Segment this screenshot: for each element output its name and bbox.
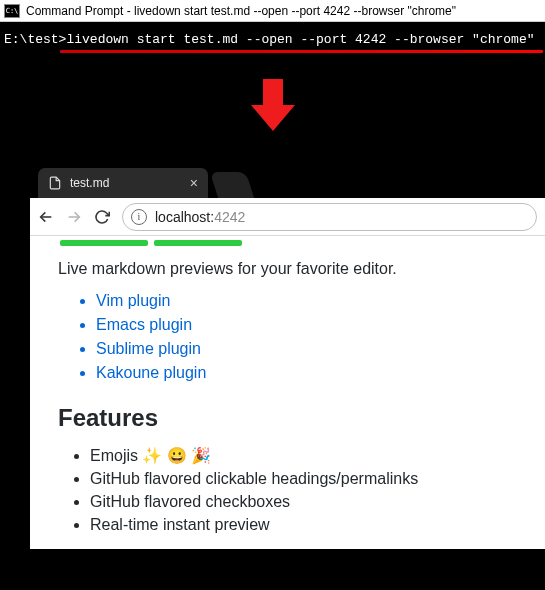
features-list: Emojis ✨ 😀 🎉 GitHub flavored clickable h…: [58, 446, 517, 534]
plugin-link-kakoune[interactable]: Kakoune plugin: [96, 364, 206, 381]
file-icon: [48, 176, 62, 190]
site-info-icon[interactable]: i: [131, 209, 147, 225]
browser-tab-active[interactable]: test.md ×: [38, 168, 208, 198]
annotation-underline: [60, 50, 543, 53]
list-item: Sublime plugin: [96, 340, 517, 358]
list-item: Vim plugin: [96, 292, 517, 310]
features-heading: Features: [58, 404, 517, 432]
list-item: GitHub flavored checkboxes: [90, 493, 517, 511]
cmd-titlebar: C:\ Command Prompt - livedown start test…: [0, 0, 545, 22]
cmd-icon: C:\: [4, 4, 20, 18]
reload-button[interactable]: [94, 209, 110, 225]
browser-tabbar: test.md ×: [30, 162, 545, 198]
intro-text: Live markdown previews for your favorite…: [58, 260, 517, 278]
list-item: Kakoune plugin: [96, 364, 517, 382]
address-port: 4242: [214, 209, 245, 225]
browser-window: test.md × i localhost:4242 Live markdown…: [30, 162, 545, 549]
cmd-line: E:\test>livedown start test.md --open --…: [4, 32, 541, 47]
list-item: Emacs plugin: [96, 316, 517, 334]
list-item: Emojis ✨ 😀 🎉: [90, 446, 517, 465]
plugin-list: Vim plugin Emacs plugin Sublime plugin K…: [58, 292, 517, 382]
cmd-prompt: E:\test>: [4, 32, 66, 47]
background-black: [0, 157, 30, 357]
page-content: Live markdown previews for your favorite…: [30, 236, 545, 549]
arrow-annotation: [0, 77, 545, 157]
new-tab-button[interactable]: [210, 172, 254, 198]
list-item: Real-time instant preview: [90, 516, 517, 534]
plugin-link-emacs[interactable]: Emacs plugin: [96, 316, 192, 333]
address-host: localhost:: [155, 209, 214, 225]
cmd-command: livedown start test.md --open --port 424…: [66, 32, 534, 47]
close-icon[interactable]: ×: [190, 176, 198, 190]
back-button[interactable]: [38, 209, 54, 225]
cmd-title-text: Command Prompt - livedown start test.md …: [26, 4, 456, 18]
forward-button[interactable]: [66, 209, 82, 225]
browser-navbar: i localhost:4242: [30, 198, 545, 236]
list-item: GitHub flavored clickable headings/perma…: [90, 470, 517, 488]
address-bar[interactable]: i localhost:4242: [122, 203, 537, 231]
tab-title: test.md: [70, 176, 109, 190]
badge-strip: [60, 240, 517, 246]
plugin-link-sublime[interactable]: Sublime plugin: [96, 340, 201, 357]
plugin-link-vim[interactable]: Vim plugin: [96, 292, 170, 309]
cmd-content[interactable]: E:\test>livedown start test.md --open --…: [0, 22, 545, 77]
